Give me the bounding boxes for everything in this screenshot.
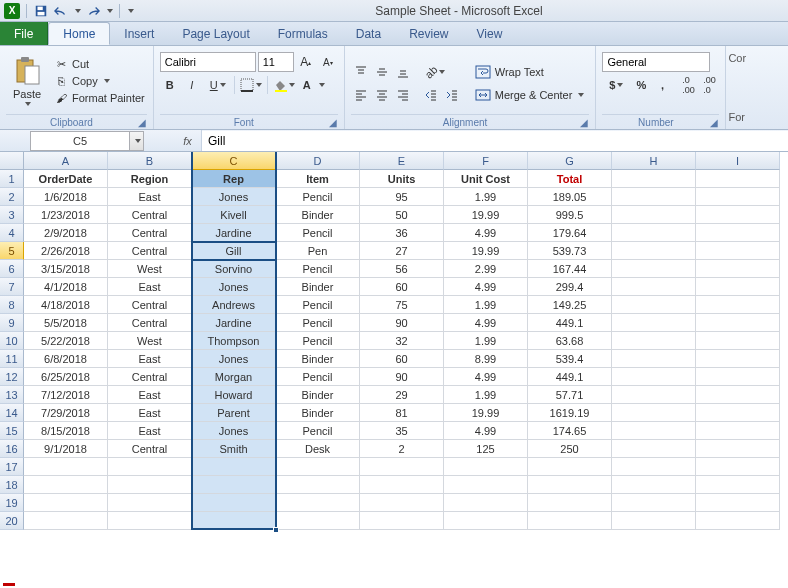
row-header-4[interactable]: 4 (0, 224, 24, 242)
cell-C4[interactable]: Jardine (192, 224, 276, 242)
cell-H3[interactable] (612, 206, 696, 224)
decrease-font-button[interactable]: A▾ (318, 52, 338, 72)
cell-C8[interactable]: Andrews (192, 296, 276, 314)
cell-G12[interactable]: 449.1 (528, 368, 612, 386)
cell-G20[interactable] (528, 512, 612, 530)
cell-I8[interactable] (696, 296, 780, 314)
cell-F19[interactable] (444, 494, 528, 512)
cell-D6[interactable]: Pencil (276, 260, 360, 278)
row-header-13[interactable]: 13 (0, 386, 24, 404)
cell-B9[interactable]: Central (108, 314, 192, 332)
cell-B14[interactable]: East (108, 404, 192, 422)
align-middle-button[interactable] (372, 62, 392, 82)
cell-D17[interactable] (276, 458, 360, 476)
cell-A13[interactable]: 7/12/2018 (24, 386, 108, 404)
tab-view[interactable]: View (463, 22, 517, 45)
row-header-1[interactable]: 1 (0, 170, 24, 188)
cell-G16[interactable]: 250 (528, 440, 612, 458)
align-center-button[interactable] (372, 85, 392, 105)
clipboard-launcher-icon[interactable]: ◢ (137, 117, 147, 127)
cell-E7[interactable]: 60 (360, 278, 444, 296)
row-header-18[interactable]: 18 (0, 476, 24, 494)
row-header-5[interactable]: 5 (0, 242, 24, 260)
tab-home[interactable]: Home (48, 22, 110, 45)
cell-I16[interactable] (696, 440, 780, 458)
cell-C7[interactable]: Jones (192, 278, 276, 296)
cell-A14[interactable]: 7/29/2018 (24, 404, 108, 422)
cell-C11[interactable]: Jones (192, 350, 276, 368)
name-box[interactable]: C5 (30, 131, 130, 151)
cell-F13[interactable]: 1.99 (444, 386, 528, 404)
column-header-E[interactable]: E (360, 152, 444, 170)
font-color-button[interactable]: A (300, 75, 328, 95)
row-header-9[interactable]: 9 (0, 314, 24, 332)
cell-I3[interactable] (696, 206, 780, 224)
cell-D19[interactable] (276, 494, 360, 512)
cell-E10[interactable]: 32 (360, 332, 444, 350)
cell-A5[interactable]: 2/26/2018 (24, 242, 108, 260)
cell-B2[interactable]: East (108, 188, 192, 206)
cell-F5[interactable]: 19.99 (444, 242, 528, 260)
formula-input[interactable] (202, 131, 788, 151)
save-icon[interactable] (33, 3, 49, 19)
cell-H15[interactable] (612, 422, 696, 440)
cell-G1[interactable]: Total (528, 170, 612, 188)
cell-F9[interactable]: 4.99 (444, 314, 528, 332)
tab-formulas[interactable]: Formulas (264, 22, 342, 45)
cell-A15[interactable]: 8/15/2018 (24, 422, 108, 440)
cell-I5[interactable] (696, 242, 780, 260)
cell-I10[interactable] (696, 332, 780, 350)
cell-I11[interactable] (696, 350, 780, 368)
cell-C13[interactable]: Howard (192, 386, 276, 404)
cell-H6[interactable] (612, 260, 696, 278)
column-header-G[interactable]: G (528, 152, 612, 170)
cell-E6[interactable]: 56 (360, 260, 444, 278)
cell-B12[interactable]: Central (108, 368, 192, 386)
cell-A10[interactable]: 5/22/2018 (24, 332, 108, 350)
cell-G6[interactable]: 167.44 (528, 260, 612, 278)
cell-G14[interactable]: 1619.19 (528, 404, 612, 422)
cell-B19[interactable] (108, 494, 192, 512)
cell-B7[interactable]: East (108, 278, 192, 296)
cell-H9[interactable] (612, 314, 696, 332)
increase-decimal-button[interactable]: .0.00 (678, 75, 698, 95)
cell-A16[interactable]: 9/1/2018 (24, 440, 108, 458)
align-right-button[interactable] (393, 85, 413, 105)
cell-B18[interactable] (108, 476, 192, 494)
cell-F16[interactable]: 125 (444, 440, 528, 458)
tab-insert[interactable]: Insert (110, 22, 168, 45)
cell-B5[interactable]: Central (108, 242, 192, 260)
cell-A8[interactable]: 4/18/2018 (24, 296, 108, 314)
cell-D7[interactable]: Binder (276, 278, 360, 296)
cell-I4[interactable] (696, 224, 780, 242)
cell-I13[interactable] (696, 386, 780, 404)
cell-C12[interactable]: Morgan (192, 368, 276, 386)
cell-D2[interactable]: Pencil (276, 188, 360, 206)
cell-D9[interactable]: Pencil (276, 314, 360, 332)
cell-B17[interactable] (108, 458, 192, 476)
cell-C6[interactable]: Sorvino (192, 260, 276, 278)
cell-C19[interactable] (192, 494, 276, 512)
align-left-button[interactable] (351, 85, 371, 105)
cell-D4[interactable]: Pencil (276, 224, 360, 242)
cell-D11[interactable]: Binder (276, 350, 360, 368)
cell-D3[interactable]: Binder (276, 206, 360, 224)
cell-G3[interactable]: 999.5 (528, 206, 612, 224)
cell-D13[interactable]: Binder (276, 386, 360, 404)
cell-E20[interactable] (360, 512, 444, 530)
cell-G5[interactable]: 539.73 (528, 242, 612, 260)
row-header-7[interactable]: 7 (0, 278, 24, 296)
cell-H16[interactable] (612, 440, 696, 458)
cell-A20[interactable] (24, 512, 108, 530)
cell-A6[interactable]: 3/15/2018 (24, 260, 108, 278)
cell-H14[interactable] (612, 404, 696, 422)
cell-H13[interactable] (612, 386, 696, 404)
cell-E9[interactable]: 90 (360, 314, 444, 332)
column-header-H[interactable]: H (612, 152, 696, 170)
row-header-10[interactable]: 10 (0, 332, 24, 350)
cell-C2[interactable]: Jones (192, 188, 276, 206)
cell-A7[interactable]: 4/1/2018 (24, 278, 108, 296)
cell-F14[interactable]: 19.99 (444, 404, 528, 422)
merge-center-button[interactable]: Merge & Center (470, 85, 590, 105)
italic-button[interactable]: I (182, 75, 202, 95)
